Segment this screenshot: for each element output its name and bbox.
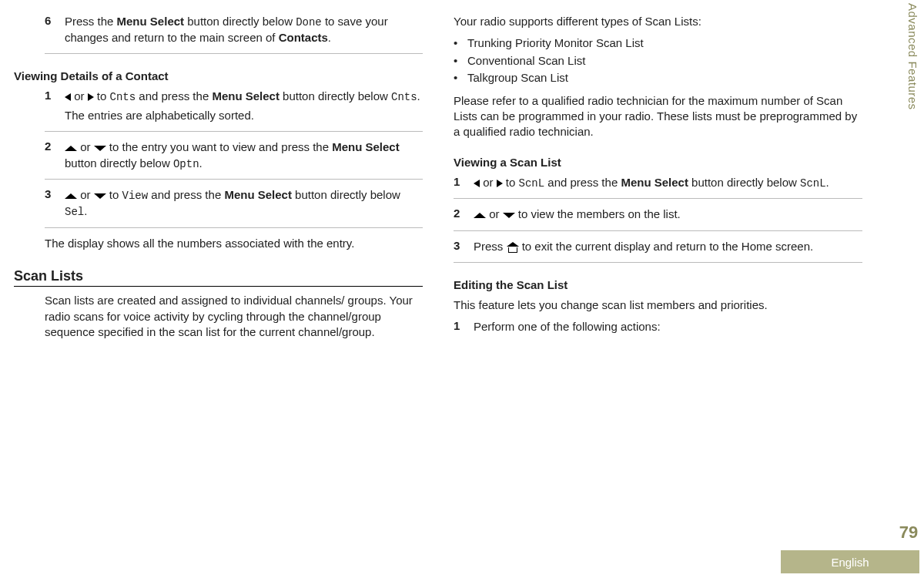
view-details-step-1: 1 or to Cnts and press the Menu Select b… [45,89,423,123]
page-number: 79 [898,523,919,543]
text: or [77,140,94,153]
menu-select-label: Menu Select [117,15,185,28]
side-tab-chapter: Advanced Features [901,3,919,161]
heading-view-contact-details: Viewing Details of a Contact [14,69,423,82]
divider [454,198,862,199]
optn-code: Optn [173,158,199,170]
edit-scan-step-1: 1 Perform one of the following actions: [454,319,862,334]
edit-scan-description: This feature lets you change scan list m… [454,297,862,313]
up-arrow-icon [474,213,486,218]
menu-select-label: Menu Select [332,140,400,153]
heading-viewing-scan-list: Viewing a Scan List [454,156,862,169]
page-content: 6 Press the Menu Select button directly … [0,0,893,346]
text: to the entry you want to view and press … [106,140,333,153]
text: button directly below [65,156,173,170]
text: . [417,89,420,102]
menu-select-label: Menu Select [621,176,688,189]
text: or [71,89,88,102]
down-arrow-icon [503,213,515,218]
view-details-result: The display shows all the numbers associ… [45,236,423,251]
right-column: Your radio supports different types of S… [454,8,862,346]
text: . [826,176,829,189]
list-item: Trunking Priority Monitor Scan List [454,35,862,51]
view-scan-step-3: 3 Press to exit the current display and … [454,239,862,254]
divider [45,131,423,132]
text: to [94,89,110,102]
language-label: English [831,556,869,569]
menu-select-label: Menu Select [212,89,280,102]
scnl-code: ScnL [519,177,545,190]
text: to exit the current display and return t… [519,240,814,253]
heading-scan-lists: Scan Lists [14,268,423,284]
heading-rule [14,286,423,287]
text: to view the members on the list. [515,207,681,220]
text: button directly below [184,15,296,28]
scan-lists-note: Please refer to a qualified radio techni… [454,93,862,140]
text: or [77,188,94,201]
text: . [84,204,87,217]
step-text: or to View and press the Menu Select but… [65,187,423,220]
step-text: Perform one of the following actions: [474,319,862,334]
scan-types-intro: Your radio supports different types of S… [454,14,862,29]
text: and press the [136,89,212,102]
divider [454,262,862,263]
text: . [199,156,203,170]
text: or [486,207,503,220]
view-scan-step-2: 2 or to view the members on the list. [454,207,862,222]
step-text: or to ScnL and press the Menu Select but… [474,175,862,191]
right-arrow-icon [497,180,503,187]
text: button directly below [292,188,400,201]
divider [454,230,862,231]
step-6: 6 Press the Menu Select button directly … [45,14,423,45]
view-scan-step-1: 1 or to ScnL and press the Menu Select b… [454,175,862,191]
text: Press [474,240,507,253]
cnts-code: Cnts [110,91,136,103]
step-text: Press the Menu Select button directly be… [65,14,423,45]
step-note: The entries are alphabetically sorted. [65,109,254,122]
scan-types-list: Trunking Priority Monitor Scan List Conv… [454,35,862,86]
down-arrow-icon [94,193,106,199]
done-code: Done [296,16,322,29]
view-details-step-2: 2 or to the entry you want to view and p… [45,139,423,171]
step-text: Press to exit the current display and re… [474,239,862,254]
step-number: 6 [45,14,65,45]
up-arrow-icon [65,193,77,199]
up-arrow-icon [65,146,77,151]
step-number: 1 [454,175,474,191]
text: and press the [148,188,224,201]
text: . [328,31,331,44]
step-number: 3 [45,187,65,220]
view-details-step-3: 3 or to View and press the Menu Select b… [45,187,423,220]
left-arrow-icon [474,180,480,187]
divider [45,179,423,180]
list-item: Conventional Scan List [454,53,862,69]
scnl-code: ScnL [800,177,826,190]
text: button directly below [280,89,391,102]
text: or [480,176,497,189]
cnts-code: Cnts [391,91,417,103]
down-arrow-icon [94,146,106,151]
text: to [503,176,519,189]
view-code: View [122,190,149,202]
step-text: or to the entry you want to view and pre… [65,139,423,171]
text: Press the [65,15,117,28]
step-number: 3 [454,239,474,254]
home-icon [507,242,519,253]
step-text: or to view the members on the list. [474,207,862,222]
step-number: 2 [454,207,474,222]
text: button directly below [688,176,800,189]
scan-lists-description: Scan lists are created and assigned to i… [45,293,423,340]
text: and press the [544,176,621,189]
text: to [106,188,122,201]
step-text: or to Cnts and press the Menu Select but… [65,89,423,123]
heading-editing-scan-list: Editing the Scan List [454,278,862,291]
divider [45,227,423,228]
step-number: 1 [45,89,65,123]
language-badge: English [781,550,919,573]
step-number: 2 [45,139,65,171]
step-number: 1 [454,319,474,334]
left-column: 6 Press the Menu Select button directly … [14,8,423,346]
left-arrow-icon [65,93,71,101]
menu-select-label: Menu Select [224,188,292,201]
sel-code: Sel [65,206,84,218]
